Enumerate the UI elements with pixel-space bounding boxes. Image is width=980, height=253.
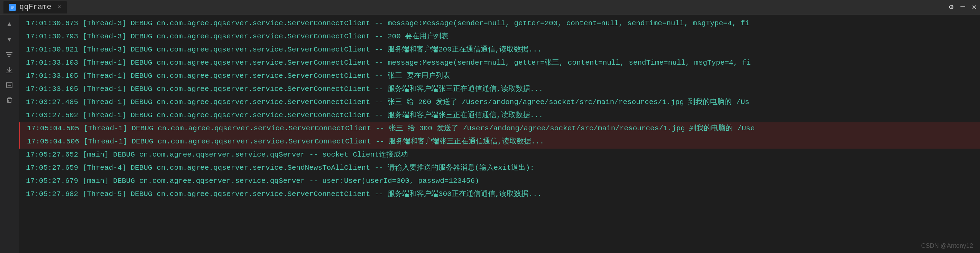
svg-rect-2 [11,7,14,8]
content-area: ▲ ▼ [0,14,980,253]
log-text: 17:03:27.485 [Thread-1] DEBUG cn.com.agr… [26,97,749,108]
delete-button[interactable] [3,94,16,107]
log-line: 17:01:30.673 [Thread-3] DEBUG cn.com.agr… [19,17,980,30]
toolbar-right: ⚙ ─ ✕ [949,2,977,12]
svg-rect-9 [6,82,12,88]
log-text: 17:05:27.652 [main] DEBUG cn.com.agree.q… [26,149,408,161]
log-text: 17:05:27.682 [Thread-5] DEBUG cn.com.agr… [26,189,541,200]
log-line: 17:05:27.652 [main] DEBUG cn.com.agree.q… [19,149,980,162]
log-line: 17:01:33.105 [Thread-1] DEBUG cn.com.agr… [19,70,980,83]
log-line: 17:05:27.682 [Thread-5] DEBUG cn.com.agr… [19,188,980,201]
log-line: 17:01:30.821 [Thread-3] DEBUG cn.com.agr… [19,43,980,57]
filter-button[interactable] [3,48,16,61]
tab-qqframe[interactable]: qqFrame × [3,1,67,13]
watermark: CSDN @Antony12 [921,242,973,250]
scroll-up-button[interactable]: ▲ [3,18,16,30]
log-text: 17:05:27.659 [Thread-4] DEBUG cn.com.agr… [26,162,534,173]
log-container: 17:01:30.673 [Thread-3] DEBUG cn.com.agr… [19,17,980,201]
title-bar: qqFrame × ⚙ ─ ✕ [0,0,980,14]
log-line: 17:05:04.505 [Thread-1] DEBUG cn.com.agr… [19,123,980,135]
minimize-icon[interactable]: ─ [961,3,965,11]
svg-rect-1 [11,6,14,6]
log-line: 17:01:33.103 [Thread-1] DEBUG cn.com.agr… [19,57,980,70]
sidebar: ▲ ▼ [0,14,19,253]
log-text: 17:03:27.502 [Thread-1] DEBUG cn.com.agr… [26,110,543,121]
main-window: qqFrame × ⚙ ─ ✕ ▲ ▼ [0,0,980,253]
log-line: 17:01:30.793 [Thread-3] DEBUG cn.com.agr… [19,30,980,43]
log-text: 17:01:33.103 [Thread-1] DEBUG cn.com.agr… [26,57,751,68]
scroll-down-button[interactable]: ▼ [3,33,16,46]
tab-icon [9,4,16,11]
settings-icon[interactable]: ⚙ [949,2,953,12]
tab-label: qqFrame [19,3,51,11]
log-line: 17:03:27.502 [Thread-1] DEBUG cn.com.agr… [19,109,980,123]
log-line: 17:05:27.679 [main] DEBUG cn.com.agree.q… [19,175,980,188]
log-text: 17:01:33.105 [Thread-1] DEBUG cn.com.agr… [26,84,543,95]
log-panel[interactable]: 17:01:30.673 [Thread-3] DEBUG cn.com.agr… [19,14,980,253]
log-text: 17:01:30.821 [Thread-3] DEBUG cn.com.agr… [26,44,541,55]
log-text: 17:05:27.679 [main] DEBUG cn.com.agree.q… [26,176,479,187]
log-text: 17:01:30.673 [Thread-3] DEBUG cn.com.agr… [26,18,749,29]
svg-rect-3 [11,8,13,9]
svg-rect-12 [8,99,11,103]
log-text: 17:01:33.105 [Thread-1] DEBUG cn.com.agr… [26,70,450,81]
log-text: 17:01:30.793 [Thread-3] DEBUG cn.com.agr… [26,31,449,42]
log-line: 17:03:27.485 [Thread-1] DEBUG cn.com.agr… [19,96,980,109]
download-button[interactable] [3,64,16,76]
log-line: 17:05:04.506 [Thread-1] DEBUG cn.com.agr… [19,135,980,149]
close-window-icon[interactable]: ✕ [972,2,977,12]
log-text: 17:05:04.505 [Thread-1] DEBUG cn.com.agr… [27,123,755,134]
log-line: 17:01:33.105 [Thread-1] DEBUG cn.com.agr… [19,83,980,96]
log-line: 17:05:27.659 [Thread-4] DEBUG cn.com.agr… [19,162,980,175]
log-text: 17:05:04.506 [Thread-1] DEBUG cn.com.agr… [27,136,544,147]
edit-button[interactable] [3,79,16,91]
tab-close-button[interactable]: × [57,4,61,11]
